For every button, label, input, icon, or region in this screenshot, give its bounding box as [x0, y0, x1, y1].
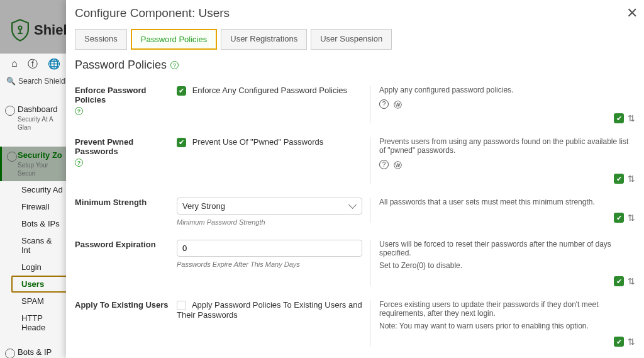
sidebar-item-login[interactable]: Login	[11, 259, 69, 276]
sidebar-item-scans-int[interactable]: Scans & Int	[11, 232, 69, 259]
sidebar-security-zones[interactable]: Security Zo Setup Your Securi	[0, 147, 69, 181]
status-enabled-icon	[614, 113, 624, 123]
svg-point-0	[18, 26, 21, 30]
help-icon[interactable]: ?	[75, 159, 83, 167]
help-icon[interactable]: ?	[75, 107, 83, 115]
checkbox-enforce[interactable]	[177, 86, 186, 96]
tab-user-suspension[interactable]: User Suspension	[311, 29, 392, 50]
status-enabled-icon	[614, 213, 624, 223]
facebook-icon[interactable]: ⓕ	[28, 58, 38, 71]
sidebar-bots-ip-rules[interactable]: Bots & IP Ru Blocked & Bypass	[0, 344, 69, 358]
select-min-strength[interactable]: Very Strong	[177, 198, 362, 215]
help-icon[interactable]: ?	[170, 61, 179, 69]
close-icon[interactable]: ✕	[626, 5, 638, 21]
input-expiration-days[interactable]	[177, 240, 362, 257]
label-enforce: Enforce Password Policies ?	[75, 86, 169, 115]
sidebar-item-http-headers[interactable]: HTTP Heade	[11, 310, 69, 336]
tab-password-policies[interactable]: Password Policies	[131, 29, 218, 50]
sidebar-item-users[interactable]: Users	[11, 276, 69, 293]
wordpress-icon[interactable]: ⓦ	[394, 99, 402, 111]
status-enabled-icon	[614, 337, 624, 347]
info-icon[interactable]: ?	[379, 99, 389, 109]
home-icon[interactable]: ⌂	[11, 58, 18, 71]
status-enabled-icon	[614, 276, 624, 286]
sort-icon[interactable]: ⇅	[628, 337, 635, 347]
configure-modal: Configure Component: Users ✕ Sessions Pa…	[66, 0, 644, 358]
sidebar-item-bots-ips[interactable]: Bots & IPs	[11, 215, 69, 232]
sort-icon[interactable]: ⇅	[628, 276, 635, 286]
sort-icon[interactable]: ⇅	[628, 113, 635, 123]
search-icon: 🔍	[6, 77, 16, 86]
section-title: Password Policies ?	[66, 56, 644, 81]
checkbox-apply-existing[interactable]	[177, 301, 186, 310]
label-strength: Minimum Strength	[75, 198, 169, 207]
status-enabled-icon	[614, 174, 624, 184]
modal-title: Configure Component: Users	[66, 0, 644, 24]
wordpress-icon[interactable]: ⓦ	[394, 160, 402, 171]
label-apply-existing: Apply To Existing Users	[75, 300, 169, 310]
sidebar-item-security-admin[interactable]: Security Ad	[11, 181, 69, 198]
label-expiration: Password Expiration	[75, 240, 169, 249]
info-icon[interactable]: ?	[379, 160, 389, 169]
tab-sessions[interactable]: Sessions	[75, 29, 127, 50]
globe-icon[interactable]: 🌐	[48, 58, 60, 71]
label-pwned: Prevent Pwned Passwords ?	[75, 137, 169, 167]
sidebar-dashboard[interactable]: Dashboard Security At A Glan	[0, 101, 69, 135]
sort-icon[interactable]: ⇅	[628, 213, 635, 223]
tab-user-registrations[interactable]: User Registrations	[221, 29, 307, 50]
checkbox-pwned[interactable]	[177, 138, 186, 147]
sort-icon[interactable]: ⇅	[628, 174, 635, 184]
sidebar-item-firewall[interactable]: Firewall	[11, 198, 69, 215]
sidebar-item-spam[interactable]: SPAM	[11, 293, 69, 310]
